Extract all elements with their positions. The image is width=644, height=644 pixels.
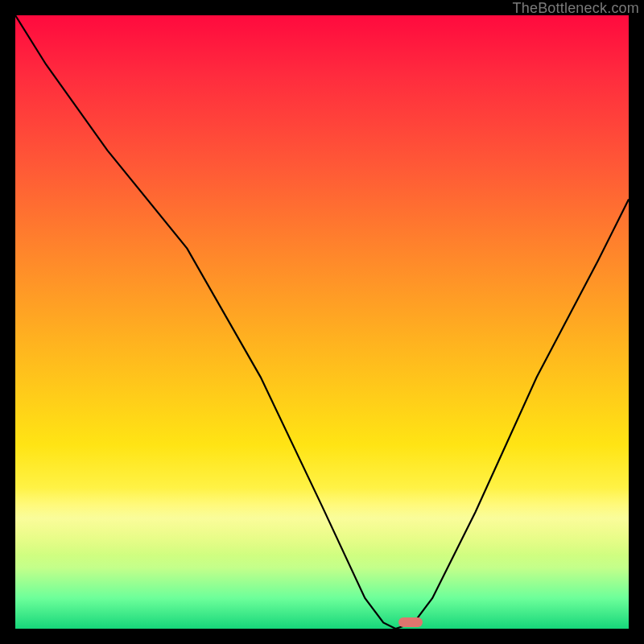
bottleneck-curve [15,15,629,629]
bottleneck-curve-path [15,15,629,629]
optimum-marker [398,617,423,627]
chart-plot-area [15,15,629,629]
watermark-label: TheBottleneck.com [513,0,639,17]
chart-frame: TheBottleneck.com [0,0,644,644]
